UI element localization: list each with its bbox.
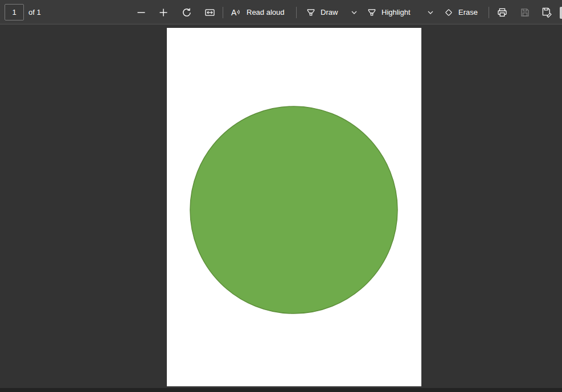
read-aloud-icon: A: [230, 7, 243, 18]
toolbar-divider: [489, 7, 489, 18]
draw-button[interactable]: Draw: [305, 3, 338, 22]
horizontal-scrollbar-track[interactable]: [0, 388, 562, 392]
read-aloud-button[interactable]: A Read aloud: [230, 3, 285, 22]
page-canvas: [167, 28, 421, 386]
erase-label: Erase: [458, 8, 478, 16]
save-icon: [519, 7, 531, 18]
fit-to-width-icon: [204, 7, 216, 18]
document-green-circle: [190, 106, 397, 313]
draw-pen-icon: [305, 7, 317, 18]
read-aloud-label: Read aloud: [247, 8, 285, 16]
toolbar-divider: [223, 7, 223, 18]
save-as-icon: [541, 6, 553, 18]
minus-icon: [136, 7, 147, 18]
highlighter-icon: [366, 7, 378, 18]
rotate-button[interactable]: [178, 3, 196, 22]
pdf-toolbar: of 1: [0, 0, 562, 24]
erase-button[interactable]: Erase: [443, 3, 478, 22]
page-number-input[interactable]: [5, 4, 24, 20]
highlight-button[interactable]: Highlight: [366, 3, 411, 22]
chevron-down-icon: [350, 8, 359, 17]
save-button[interactable]: [516, 3, 534, 22]
highlight-dropdown-button[interactable]: [423, 3, 438, 22]
pdf-page: [167, 28, 421, 386]
eraser-icon: [443, 7, 454, 18]
page-count-label: of 1: [28, 3, 41, 22]
save-as-button[interactable]: [538, 3, 556, 22]
cropped-toolbar-button-edge: [560, 7, 562, 19]
fit-to-width-button[interactable]: [200, 3, 219, 22]
draw-label: Draw: [321, 8, 338, 16]
draw-dropdown-button[interactable]: [347, 3, 362, 22]
plus-icon: [158, 7, 169, 18]
highlight-label: Highlight: [381, 8, 411, 16]
chevron-down-icon: [426, 8, 435, 17]
pdf-viewer-window: { "viewer": { "page_input_value": "1", "…: [0, 0, 562, 392]
print-button[interactable]: [493, 3, 511, 22]
printer-icon: [497, 7, 508, 18]
svg-text:A: A: [231, 7, 237, 16]
toolbar-divider: [296, 7, 297, 18]
rotate-icon: [181, 7, 192, 18]
zoom-out-button[interactable]: [132, 3, 150, 22]
pdf-content-area: [0, 25, 562, 392]
zoom-in-button[interactable]: [154, 3, 173, 22]
